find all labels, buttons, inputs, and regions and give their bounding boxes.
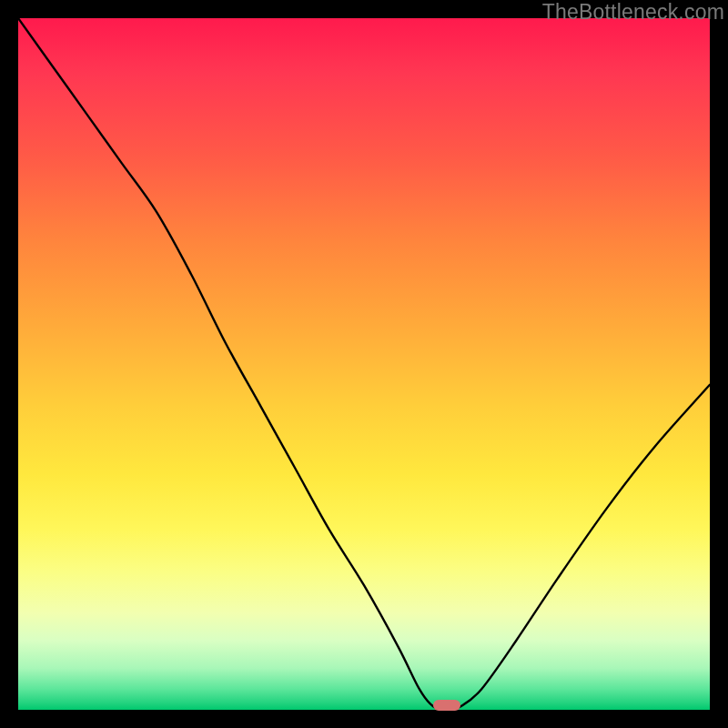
watermark-text: TheBottleneck.com xyxy=(542,0,724,25)
bottleneck-curve xyxy=(18,18,710,710)
gradient-plot-area xyxy=(18,18,710,710)
optimal-marker xyxy=(433,700,460,711)
chart-frame: TheBottleneck.com xyxy=(0,0,728,728)
